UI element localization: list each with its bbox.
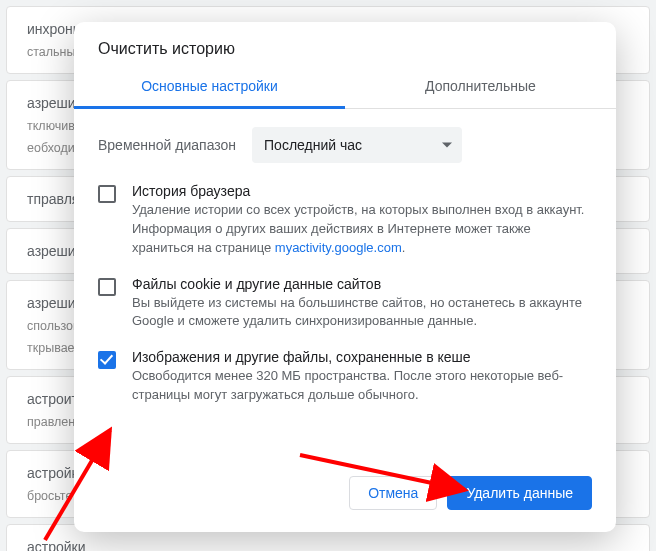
- tab-basic[interactable]: Основные настройки: [74, 66, 345, 108]
- option-cookies: Файлы cookie и другие данные сайтов Вы в…: [98, 274, 592, 348]
- bg-line: астройки: [19, 535, 637, 551]
- time-range-label: Временной диапазон: [98, 137, 236, 153]
- checkbox-browsing-history[interactable]: [98, 185, 116, 203]
- tab-advanced[interactable]: Дополнительные: [345, 66, 616, 108]
- myactivity-link[interactable]: myactivity.google.com: [275, 240, 402, 255]
- option-desc: Освободится менее 320 МБ пространства. П…: [132, 367, 592, 405]
- option-title: История браузера: [132, 183, 592, 199]
- time-range-row: Временной диапазон Последний час: [98, 127, 592, 163]
- option-cached-images: Изображения и другие файлы, сохраненные …: [98, 347, 592, 421]
- option-browsing-history: История браузера Удаление истории со все…: [98, 181, 592, 274]
- dialog-buttons: Отмена Удалить данные: [74, 462, 616, 532]
- dialog-tabs: Основные настройки Дополнительные: [74, 66, 616, 109]
- option-desc: Удаление истории со всех устройств, на к…: [132, 201, 592, 258]
- clear-data-button[interactable]: Удалить данные: [447, 476, 592, 510]
- dialog-body: Временной диапазон Последний час История…: [74, 109, 616, 462]
- chevron-down-icon: [442, 143, 452, 148]
- option-title: Файлы cookie и другие данные сайтов: [132, 276, 592, 292]
- time-range-value: Последний час: [264, 137, 362, 153]
- time-range-select[interactable]: Последний час: [252, 127, 462, 163]
- clear-browsing-data-dialog: Очистить историю Основные настройки Допо…: [74, 22, 616, 532]
- dialog-title: Очистить историю: [74, 22, 616, 66]
- cancel-button[interactable]: Отмена: [349, 476, 437, 510]
- checkbox-cookies[interactable]: [98, 278, 116, 296]
- option-title: Изображения и другие файлы, сохраненные …: [132, 349, 592, 365]
- checkbox-cached-images[interactable]: [98, 351, 116, 369]
- option-desc: Вы выйдете из системы на большинстве сай…: [132, 294, 592, 332]
